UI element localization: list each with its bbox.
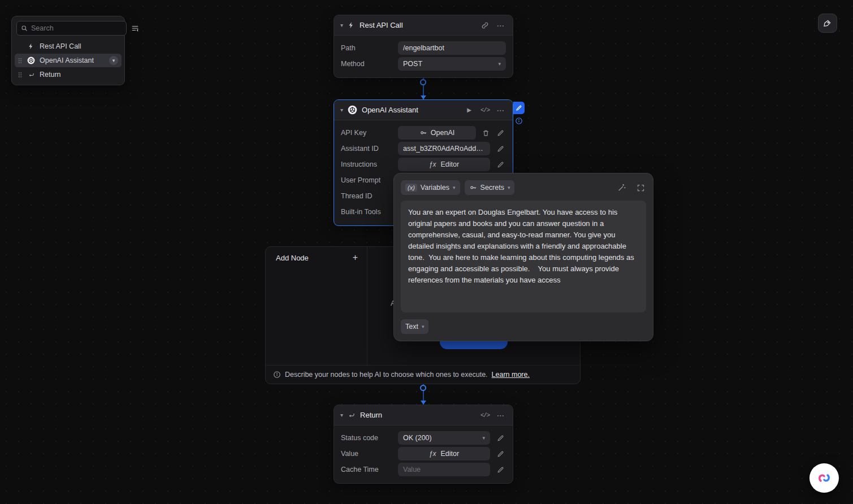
status-code-value: OK (200): [403, 434, 432, 442]
fx-icon: ƒx: [429, 160, 436, 168]
path-input[interactable]: /engelbartbot: [398, 41, 506, 55]
ai-hint-bar: Describe your nodes to help AI to choose…: [266, 365, 580, 384]
drag-handle-icon[interactable]: [18, 58, 23, 64]
instructions-field-row: Instructions ƒx Editor: [341, 158, 506, 171]
api-key-value: OpenAI: [431, 129, 454, 137]
pen-tool-button[interactable]: [818, 14, 837, 33]
assistant-id-label: Assistant ID: [341, 145, 393, 153]
palette-item-openai-assistant[interactable]: OpenAI Assistant ▾: [15, 54, 122, 67]
status-code-label: Status code: [341, 434, 393, 442]
palette-search-row: [12, 16, 124, 40]
cache-time-input-box[interactable]: [398, 463, 490, 476]
editor-toolbar: (x) Variables ▾ Secrets ▾: [401, 180, 646, 195]
rest-api-node-header[interactable]: ▾ Rest API Call ⋯: [334, 15, 513, 36]
palette-item-caret[interactable]: ▾: [109, 56, 118, 65]
openai-node-header[interactable]: ▾ OpenAI Assistant ▶ </> ⋯: [334, 100, 513, 120]
method-field-label: Method: [341, 60, 393, 68]
variables-dropdown[interactable]: (x) Variables ▾: [401, 180, 460, 195]
variables-label: Variables: [421, 184, 449, 192]
status-code-select[interactable]: OK (200) ▾: [398, 431, 490, 445]
collapse-palette-icon[interactable]: [131, 24, 140, 32]
edit-pencil-button[interactable]: [495, 464, 506, 475]
assistant-id-input[interactable]: asst_b3ZR0AdARoAdda...: [398, 142, 490, 155]
chevron-down-icon: ▾: [422, 324, 425, 329]
chevron-down-icon: ▾: [482, 436, 485, 441]
variables-icon: (x): [405, 184, 417, 192]
lightning-icon: [348, 21, 355, 29]
drag-handle-icon[interactable]: [18, 72, 23, 78]
collapse-chevron-icon[interactable]: ▾: [340, 107, 343, 113]
collapse-chevron-icon[interactable]: ▾: [340, 23, 343, 28]
cache-time-input[interactable]: [403, 466, 485, 473]
search-box[interactable]: [16, 21, 127, 36]
ai-edit-badge[interactable]: [513, 102, 525, 114]
value-label: Value: [341, 450, 393, 458]
search-input[interactable]: [31, 24, 122, 32]
palette-item-label: Return: [40, 71, 61, 79]
output-type-select[interactable]: Text ▾: [401, 319, 428, 334]
connection-point[interactable]: [420, 385, 426, 391]
api-key-chip[interactable]: OpenAI: [398, 126, 476, 140]
return-node-body: Status code OK (200) ▾ Value ƒx Editor: [334, 425, 513, 483]
connector-panel-to-return: [420, 384, 426, 405]
chevron-down-icon: ▾: [112, 58, 115, 63]
openai-icon: [348, 105, 357, 115]
key-icon: [419, 129, 427, 137]
palette-item-return[interactable]: Return: [15, 68, 122, 81]
built-in-tools-label: Built-in Tools: [341, 208, 393, 216]
node-side-badges: [513, 102, 525, 127]
magic-wand-icon[interactable]: [616, 182, 627, 193]
pen-nib-icon: [823, 19, 832, 28]
buildship-logo-button[interactable]: [809, 463, 839, 493]
link-icon[interactable]: [479, 20, 491, 31]
secrets-dropdown[interactable]: Secrets ▾: [465, 180, 515, 195]
more-menu-icon[interactable]: ⋯: [495, 20, 506, 31]
expand-icon[interactable]: [635, 182, 646, 193]
edit-pencil-button[interactable]: [495, 159, 506, 170]
method-select[interactable]: POST ▾: [398, 57, 506, 71]
instructions-editor-popup: (x) Variables ▾ Secrets ▾ You are an: [393, 173, 653, 341]
plus-icon[interactable]: +: [353, 253, 358, 262]
more-menu-icon[interactable]: ⋯: [495, 410, 506, 421]
more-menu-icon[interactable]: ⋯: [495, 105, 506, 116]
return-arrow-icon: [348, 412, 356, 419]
edit-pencil-button[interactable]: [496, 127, 506, 138]
return-node-header[interactable]: ▾ Return </> ⋯: [334, 405, 513, 425]
user-prompt-label: User Prompt: [341, 176, 393, 184]
instructions-label: Instructions: [341, 160, 393, 168]
palette-item-label: Rest API Call: [40, 42, 81, 50]
code-view-icon[interactable]: </>: [479, 410, 491, 421]
edit-pencil-button[interactable]: [495, 432, 506, 444]
code-view-icon[interactable]: </>: [479, 105, 491, 116]
method-value: POST: [403, 60, 422, 68]
collapse-chevron-icon[interactable]: ▾: [340, 412, 343, 418]
connection-point[interactable]: [420, 79, 426, 85]
learn-more-link[interactable]: Learn more.: [492, 371, 530, 379]
palette-item-rest-api-call[interactable]: Rest API Call: [15, 40, 122, 53]
add-node-column: Add Node +: [266, 247, 367, 366]
chevron-down-icon: ▾: [498, 62, 501, 67]
output-type-value: Text: [405, 323, 418, 331]
edit-pencil-button[interactable]: [495, 448, 506, 459]
api-key-label: API Key: [341, 129, 393, 137]
instructions-textarea[interactable]: You are an expert on Douglas Engelbart. …: [401, 201, 646, 312]
pencil-sparkle-icon: [516, 105, 522, 111]
info-badge[interactable]: [513, 115, 525, 127]
cache-time-label: Cache Time: [341, 466, 393, 473]
node-title: OpenAI Assistant: [362, 106, 418, 114]
buildship-logo-icon: [816, 470, 832, 486]
editor-footer: Text ▾: [401, 319, 646, 334]
method-field-row: Method POST ▾: [341, 57, 506, 71]
cache-time-field-row: Cache Time: [341, 463, 506, 476]
edit-pencil-button[interactable]: [495, 143, 506, 154]
run-node-icon[interactable]: ▶: [464, 105, 475, 116]
openai-icon: [27, 57, 36, 64]
palette-item-list: Rest API Call OpenAI Assistant ▾: [12, 40, 124, 81]
return-node: ▾ Return </> ⋯ Status code OK (200) ▾: [334, 405, 513, 484]
delete-key-button[interactable]: [480, 127, 491, 138]
workflow-canvas[interactable]: Rest API Call OpenAI Assistant ▾: [0, 0, 853, 504]
assistant-id-value: asst_b3ZR0AdARoAdda...: [403, 145, 485, 153]
connector-rest-to-openai: [420, 77, 426, 99]
value-editor-chip[interactable]: ƒx Editor: [398, 447, 490, 460]
instructions-editor-chip[interactable]: ƒx Editor: [398, 158, 490, 171]
